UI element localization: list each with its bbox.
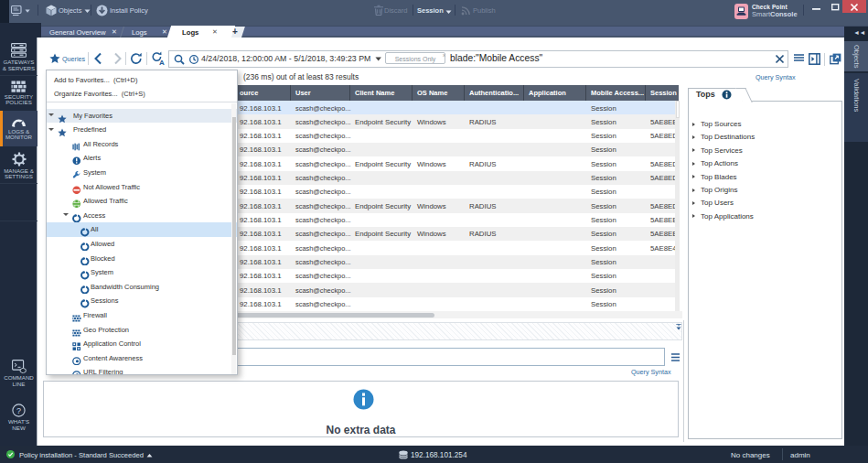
svg-text:A: A (159, 59, 165, 66)
svg-text:?: ? (16, 406, 21, 415)
